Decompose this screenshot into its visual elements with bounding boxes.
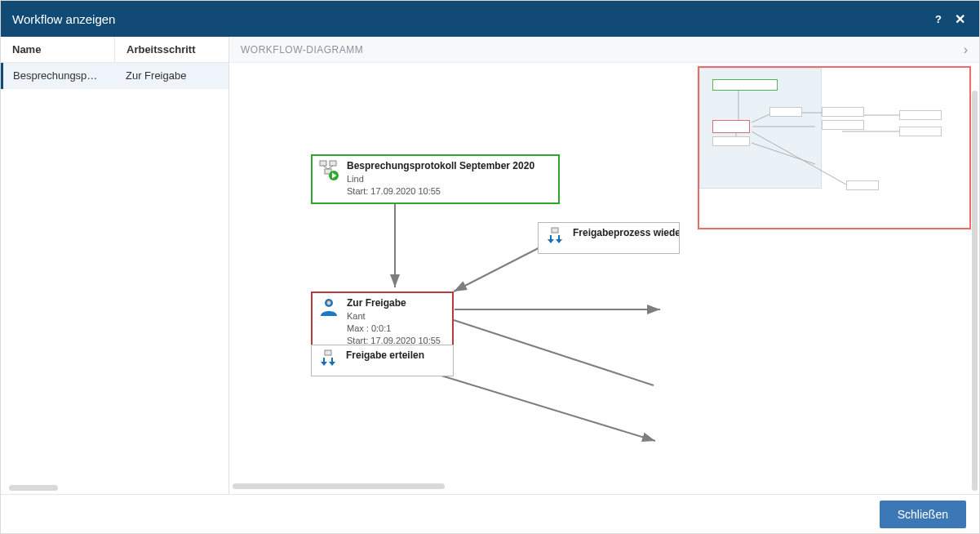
- section-header: WORKFLOW-DIAGRAMM ›: [229, 37, 979, 63]
- svg-point-14: [327, 301, 331, 305]
- sidebar: Name Arbeitsschritt Besprechungsp… Zur F…: [1, 37, 229, 494]
- minimap-node: [712, 79, 778, 91]
- main-area: WORKFLOW-DIAGRAMM ›: [229, 37, 979, 494]
- svg-line-24: [752, 143, 815, 164]
- help-icon[interactable]: ?: [930, 13, 947, 25]
- minimap-node: [899, 110, 942, 120]
- node-started: Start: 17.09.2020 10:55: [347, 186, 441, 196]
- minimap-node: [846, 180, 879, 190]
- workflow-node-start[interactable]: Besprechungsprotokoll September 2020 Lin…: [311, 154, 560, 204]
- svg-line-9: [323, 166, 328, 169]
- svg-line-10: [328, 166, 333, 169]
- minimap-node: [899, 127, 942, 136]
- svg-rect-6: [320, 161, 326, 166]
- minimap-node: [822, 120, 864, 130]
- node-title: Freigabe erteilen: [346, 349, 424, 361]
- section-title: WORKFLOW-DIAGRAMM: [241, 44, 964, 56]
- column-step-header[interactable]: Arbeitsschritt: [114, 37, 228, 62]
- svg-rect-12: [552, 228, 558, 233]
- column-name-header[interactable]: Name: [1, 37, 114, 62]
- sidebar-scroll: [1, 482, 228, 494]
- workflow-node-repeat[interactable]: Freigabeprozess wiederholen: [538, 222, 680, 254]
- node-user: Kant: [347, 311, 366, 321]
- svg-rect-15: [325, 350, 331, 355]
- close-button[interactable]: Schließen: [880, 501, 966, 528]
- vertical-scrollbar[interactable]: [972, 91, 978, 491]
- node-user: Lind: [347, 174, 364, 184]
- horizontal-scrollbar[interactable]: [233, 483, 445, 489]
- workflow-start-icon: [319, 160, 339, 181]
- svg-rect-7: [330, 161, 336, 166]
- node-title: Besprechungsprotokoll September 2020: [347, 160, 534, 171]
- list-item-step: Zur Freigabe: [116, 63, 228, 89]
- svg-line-5: [454, 320, 654, 385]
- minimap-node: [712, 120, 750, 133]
- node-max: Max : 0:0:1: [347, 323, 391, 333]
- footer: Schließen: [1, 494, 979, 533]
- list-item-name: Besprechungsp…: [3, 63, 116, 89]
- node-title: Freigabeprozess wiederholen: [573, 227, 680, 238]
- horizontal-scrollbar[interactable]: [9, 485, 58, 491]
- distribution-icon: [318, 349, 338, 371]
- distribution-icon: [545, 227, 565, 248]
- chevron-right-icon[interactable]: ›: [964, 42, 968, 57]
- dialog-body: Name Arbeitsschritt Besprechungsp… Zur F…: [1, 37, 979, 494]
- minimap-node: [769, 107, 802, 117]
- user-icon: [319, 297, 339, 318]
- minimap-node: [712, 136, 750, 146]
- list-item[interactable]: Besprechungsp… Zur Freigabe: [1, 63, 228, 89]
- dialog-title: Workflow anzeigen: [12, 12, 930, 26]
- minimap[interactable]: [698, 66, 971, 229]
- diagram-container[interactable]: Besprechungsprotokoll September 2020 Lin…: [229, 63, 979, 494]
- workflow-node-approve[interactable]: Freigabe erteilen: [311, 345, 454, 376]
- svg-line-23: [752, 131, 846, 185]
- minimap-node: [822, 107, 864, 117]
- svg-line-4: [433, 373, 655, 441]
- column-headers: Name Arbeitsschritt: [1, 37, 228, 63]
- workflow-dialog: Workflow anzeigen ? ✕ Name Arbeitsschrit…: [0, 0, 980, 534]
- node-title: Zur Freigabe: [347, 297, 441, 309]
- node-started: Start: 17.09.2020 10:55: [347, 336, 441, 345]
- minimap-edges: [699, 68, 969, 228]
- close-icon[interactable]: ✕: [951, 11, 968, 27]
- titlebar: Workflow anzeigen ? ✕: [1, 1, 979, 37]
